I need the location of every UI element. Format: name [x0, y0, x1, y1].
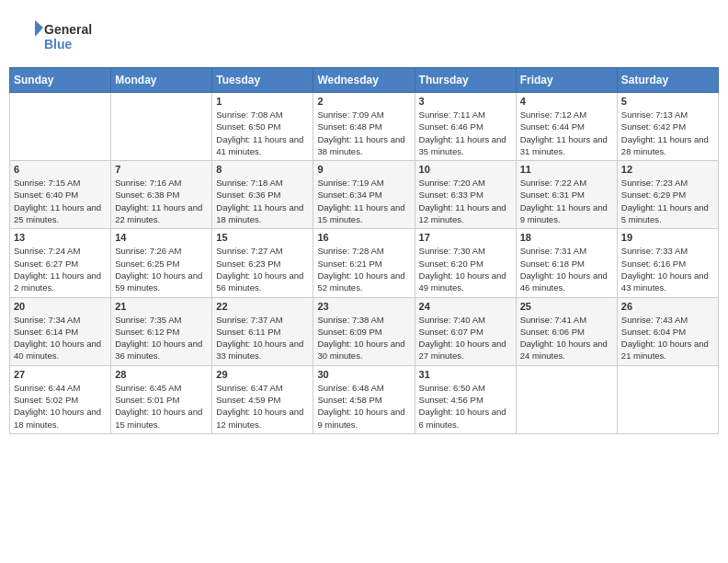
day-number: 31: [419, 369, 512, 380]
calendar-cell: 15Sunrise: 7:27 AM Sunset: 6:23 PM Dayli…: [212, 229, 313, 297]
calendar-week-1: 1Sunrise: 7:08 AM Sunset: 6:50 PM Daylig…: [10, 93, 719, 161]
day-number: 11: [520, 164, 613, 175]
calendar-table: SundayMondayTuesdayWednesdayThursdayFrid…: [9, 67, 719, 434]
day-info: Sunrise: 7:37 AM Sunset: 6:11 PM Dayligh…: [216, 314, 309, 362]
day-info: Sunrise: 6:45 AM Sunset: 5:01 PM Dayligh…: [115, 382, 208, 431]
day-number: 20: [14, 301, 107, 312]
day-number: 21: [115, 301, 208, 312]
day-info: Sunrise: 6:47 AM Sunset: 4:59 PM Dayligh…: [216, 382, 309, 431]
day-info: Sunrise: 7:24 AM Sunset: 6:27 PM Dayligh…: [14, 245, 107, 293]
day-info: Sunrise: 7:18 AM Sunset: 6:36 PM Dayligh…: [216, 177, 309, 225]
day-number: 3: [419, 96, 512, 107]
day-info: Sunrise: 6:44 AM Sunset: 5:02 PM Dayligh…: [14, 382, 107, 431]
day-header-wednesday: Wednesday: [313, 68, 415, 93]
calendar-cell: 22Sunrise: 7:37 AM Sunset: 6:11 PM Dayli…: [212, 297, 313, 365]
calendar-cell: 2Sunrise: 7:09 AM Sunset: 6:48 PM Daylig…: [313, 93, 415, 161]
calendar-cell: 7Sunrise: 7:16 AM Sunset: 6:38 PM Daylig…: [111, 161, 212, 229]
calendar-cell: 17Sunrise: 7:30 AM Sunset: 6:20 PM Dayli…: [415, 229, 516, 297]
day-info: Sunrise: 7:41 AM Sunset: 6:06 PM Dayligh…: [520, 314, 613, 362]
calendar-cell: 13Sunrise: 7:24 AM Sunset: 6:27 PM Dayli…: [10, 229, 111, 297]
calendar-cell: 30Sunrise: 6:48 AM Sunset: 4:58 PM Dayli…: [313, 365, 415, 433]
day-info: Sunrise: 7:23 AM Sunset: 6:29 PM Dayligh…: [621, 177, 714, 225]
calendar-cell: 8Sunrise: 7:18 AM Sunset: 6:36 PM Daylig…: [212, 161, 313, 229]
day-info: Sunrise: 7:26 AM Sunset: 6:25 PM Dayligh…: [115, 245, 208, 293]
page-header: GeneralBlue: [9, 9, 719, 60]
day-info: Sunrise: 7:13 AM Sunset: 6:42 PM Dayligh…: [621, 109, 714, 157]
day-number: 29: [216, 369, 309, 380]
day-number: 2: [317, 96, 410, 107]
calendar-cell: 3Sunrise: 7:11 AM Sunset: 6:46 PM Daylig…: [415, 93, 516, 161]
calendar-header-row: SundayMondayTuesdayWednesdayThursdayFrid…: [10, 68, 719, 93]
day-info: Sunrise: 7:33 AM Sunset: 6:16 PM Dayligh…: [621, 245, 714, 293]
day-info: Sunrise: 7:19 AM Sunset: 6:34 PM Dayligh…: [317, 177, 410, 225]
day-info: Sunrise: 7:20 AM Sunset: 6:33 PM Dayligh…: [419, 177, 512, 225]
day-number: 23: [317, 301, 410, 312]
day-info: Sunrise: 7:35 AM Sunset: 6:12 PM Dayligh…: [115, 314, 208, 362]
day-info: Sunrise: 7:34 AM Sunset: 6:14 PM Dayligh…: [14, 314, 107, 362]
day-info: Sunrise: 7:09 AM Sunset: 6:48 PM Dayligh…: [317, 109, 410, 157]
day-info: Sunrise: 7:38 AM Sunset: 6:09 PM Dayligh…: [317, 314, 410, 362]
day-header-monday: Monday: [111, 68, 212, 93]
day-number: 22: [216, 301, 309, 312]
day-info: Sunrise: 7:31 AM Sunset: 6:18 PM Dayligh…: [520, 245, 613, 293]
day-info: Sunrise: 6:50 AM Sunset: 4:56 PM Dayligh…: [419, 382, 512, 431]
calendar-cell: 14Sunrise: 7:26 AM Sunset: 6:25 PM Dayli…: [111, 229, 212, 297]
day-number: 13: [14, 232, 107, 243]
day-number: 24: [419, 301, 512, 312]
day-number: 17: [419, 232, 512, 243]
day-info: Sunrise: 7:22 AM Sunset: 6:31 PM Dayligh…: [520, 177, 613, 225]
day-number: 25: [520, 301, 613, 312]
day-number: 7: [115, 164, 208, 175]
calendar-cell: 1Sunrise: 7:08 AM Sunset: 6:50 PM Daylig…: [212, 93, 313, 161]
day-number: 5: [621, 96, 714, 107]
day-number: 10: [419, 164, 512, 175]
day-number: 8: [216, 164, 309, 175]
day-number: 1: [216, 96, 309, 107]
calendar-cell: 21Sunrise: 7:35 AM Sunset: 6:12 PM Dayli…: [111, 297, 212, 365]
calendar-cell: 29Sunrise: 6:47 AM Sunset: 4:59 PM Dayli…: [212, 365, 313, 433]
day-info: Sunrise: 7:30 AM Sunset: 6:20 PM Dayligh…: [419, 245, 512, 293]
day-number: 19: [621, 232, 714, 243]
day-header-thursday: Thursday: [415, 68, 516, 93]
calendar-cell: 11Sunrise: 7:22 AM Sunset: 6:31 PM Dayli…: [516, 161, 617, 229]
calendar-cell: [10, 93, 111, 161]
day-info: Sunrise: 7:27 AM Sunset: 6:23 PM Dayligh…: [216, 245, 309, 293]
calendar-week-4: 20Sunrise: 7:34 AM Sunset: 6:14 PM Dayli…: [10, 297, 719, 365]
calendar-cell: 31Sunrise: 6:50 AM Sunset: 4:56 PM Dayli…: [415, 365, 516, 433]
day-info: Sunrise: 7:43 AM Sunset: 6:04 PM Dayligh…: [621, 314, 714, 362]
calendar-cell: 28Sunrise: 6:45 AM Sunset: 5:01 PM Dayli…: [111, 365, 212, 433]
svg-text:General: General: [44, 22, 92, 37]
day-number: 14: [115, 232, 208, 243]
calendar-cell: 20Sunrise: 7:34 AM Sunset: 6:14 PM Dayli…: [10, 297, 111, 365]
calendar-cell: 16Sunrise: 7:28 AM Sunset: 6:21 PM Dayli…: [313, 229, 415, 297]
calendar-week-2: 6Sunrise: 7:15 AM Sunset: 6:40 PM Daylig…: [10, 161, 719, 229]
calendar-cell: 12Sunrise: 7:23 AM Sunset: 6:29 PM Dayli…: [617, 161, 718, 229]
day-info: Sunrise: 7:15 AM Sunset: 6:40 PM Dayligh…: [14, 177, 107, 225]
calendar-cell: 19Sunrise: 7:33 AM Sunset: 6:16 PM Dayli…: [617, 229, 718, 297]
day-number: 30: [317, 369, 410, 380]
day-number: 15: [216, 232, 309, 243]
day-info: Sunrise: 7:16 AM Sunset: 6:38 PM Dayligh…: [115, 177, 208, 225]
day-number: 16: [317, 232, 410, 243]
day-number: 27: [14, 369, 107, 380]
day-number: 9: [317, 164, 410, 175]
calendar-cell: 24Sunrise: 7:40 AM Sunset: 6:07 PM Dayli…: [415, 297, 516, 365]
calendar-cell: 4Sunrise: 7:12 AM Sunset: 6:44 PM Daylig…: [516, 93, 617, 161]
calendar-cell: [111, 93, 212, 161]
calendar-cell: 26Sunrise: 7:43 AM Sunset: 6:04 PM Dayli…: [617, 297, 718, 365]
day-info: Sunrise: 7:11 AM Sunset: 6:46 PM Dayligh…: [419, 109, 512, 157]
calendar-cell: [617, 365, 718, 433]
calendar-cell: [516, 365, 617, 433]
calendar-cell: 27Sunrise: 6:44 AM Sunset: 5:02 PM Dayli…: [10, 365, 111, 433]
calendar-cell: 18Sunrise: 7:31 AM Sunset: 6:18 PM Dayli…: [516, 229, 617, 297]
day-info: Sunrise: 7:40 AM Sunset: 6:07 PM Dayligh…: [419, 314, 512, 362]
day-number: 26: [621, 301, 714, 312]
svg-marker-0: [35, 20, 43, 37]
day-info: Sunrise: 7:08 AM Sunset: 6:50 PM Dayligh…: [216, 109, 309, 157]
day-info: Sunrise: 6:48 AM Sunset: 4:58 PM Dayligh…: [317, 382, 410, 431]
day-number: 28: [115, 369, 208, 380]
calendar-cell: 10Sunrise: 7:20 AM Sunset: 6:33 PM Dayli…: [415, 161, 516, 229]
day-header-sunday: Sunday: [10, 68, 111, 93]
calendar-cell: 23Sunrise: 7:38 AM Sunset: 6:09 PM Dayli…: [313, 297, 415, 365]
day-number: 12: [621, 164, 714, 175]
